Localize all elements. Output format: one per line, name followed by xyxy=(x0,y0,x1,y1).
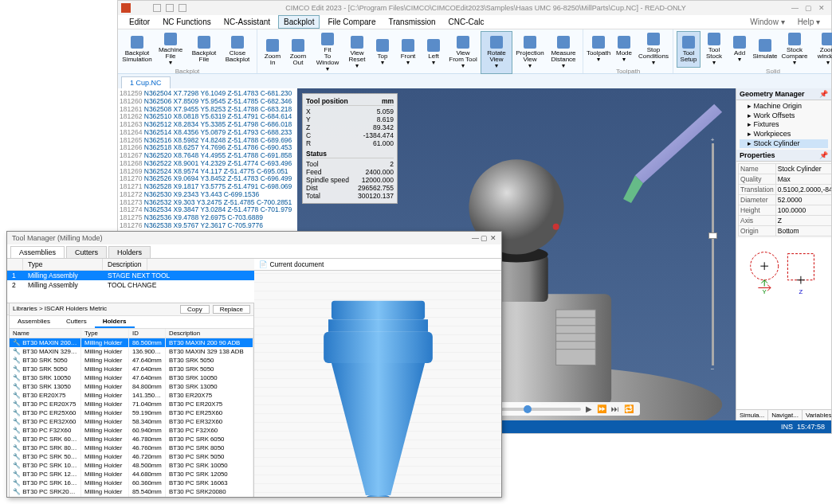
doc-tab[interactable]: 1 Cup.NC xyxy=(121,76,171,88)
pb-loop[interactable]: 🔁 xyxy=(624,404,634,413)
tm-replace-button[interactable]: Replace xyxy=(213,305,250,314)
ribbon-stock-compare-[interactable]: StockCompare▾ xyxy=(779,31,810,68)
svg-rect-25 xyxy=(365,495,390,497)
status-ins: INS xyxy=(781,423,793,431)
minimize-button[interactable]: — xyxy=(791,4,799,12)
ribbon-backplot-file[interactable]: BackplotFile xyxy=(188,31,220,68)
tab-nc-functions[interactable]: NC Functions xyxy=(158,16,216,28)
ribbon-add-[interactable]: Add▾ xyxy=(728,31,752,68)
ribbon-mode-[interactable]: Mode▾ xyxy=(612,31,636,68)
ribbon-projection-view-[interactable]: ProjectionView▾ xyxy=(514,31,546,74)
geometry-manager-title: Geometry Manager📌 xyxy=(736,88,831,100)
pb-ff[interactable]: ⏩ xyxy=(597,404,606,413)
ribbon-fit-to-window-[interactable]: FitTo Window▾ xyxy=(312,31,343,74)
ribbon-view-from-tool-[interactable]: ViewFrom Tool▾ xyxy=(447,31,479,74)
ribbon-simulate[interactable]: Simulate xyxy=(753,31,777,68)
ribbon-zoom-in[interactable]: ZoomIn xyxy=(261,31,285,74)
quick-access-toolbar[interactable] xyxy=(134,2,186,14)
tool-position-overlay: Tool positionmm X5.059Y8.619Z89.342C-138… xyxy=(302,93,398,204)
tab-editor[interactable]: Editor xyxy=(124,16,155,28)
menu-window[interactable]: Window ▾ xyxy=(745,16,789,28)
ribbon-measure-distance-[interactable]: MeasureDistance▾ xyxy=(547,31,579,74)
ribbon-view-reset-[interactable]: ViewReset▾ xyxy=(345,31,369,74)
svg-text:Z: Z xyxy=(799,289,803,296)
ribbon-toolpath-[interactable]: Toolpath▾ xyxy=(587,31,610,68)
tm-tab-cutters[interactable]: Cutters xyxy=(66,246,107,258)
vertical-zoom-slider[interactable]: +− xyxy=(707,136,718,373)
tm-preview-panel: 📄 Current document Milling Assembly xyxy=(254,259,501,497)
tab-nc-assistant[interactable]: NC-Assistant xyxy=(219,16,275,28)
origin-diagram: Y Z xyxy=(736,238,831,409)
tm-tab-assemblies[interactable]: Assemblies xyxy=(10,246,65,258)
ribbon-backplot-simulation[interactable]: BackplotSimulation xyxy=(121,31,153,68)
pb-last[interactable]: ⏭ xyxy=(611,404,619,413)
svg-rect-17 xyxy=(787,254,814,280)
properties-title: Properties📌 xyxy=(736,150,831,162)
ribbon-left-[interactable]: Left▾ xyxy=(422,31,445,74)
ribbon-rotate-view-[interactable]: RotateView▾ xyxy=(481,31,512,74)
ribbon-tool-setup[interactable]: ToolSetup xyxy=(677,31,701,68)
right-dock-tabs[interactable]: Simula...Navigat...VariablesGeomet... xyxy=(736,409,831,420)
titlebar: CIMCO Edit 2023 - [C:\Program Files\CIMC… xyxy=(118,1,831,15)
ribbon-stop-conditions-[interactable]: StopConditions▾ xyxy=(638,31,669,68)
document-tabs: 1 Cup.NC xyxy=(118,74,831,88)
tm-titlebar: Tool Manager (Milling Mode) — ▢ ✕ xyxy=(7,232,501,244)
ribbon-zoom-out[interactable]: ZoomOut xyxy=(286,31,310,74)
pb-play[interactable]: ▶ xyxy=(586,404,592,413)
tool-manager-window: Tool Manager (Milling Mode) — ▢ ✕ Assemb… xyxy=(6,231,502,498)
svg-rect-24 xyxy=(324,332,433,363)
ribbon-top-[interactable]: Top▾ xyxy=(371,31,394,74)
tab-transmission[interactable]: Transmission xyxy=(383,16,440,28)
ribbon-close-backplot[interactable]: CloseBackplot xyxy=(222,31,253,68)
maximize-button[interactable]: ▢ xyxy=(805,4,812,12)
tm-win-controls[interactable]: — ▢ ✕ xyxy=(472,234,496,242)
svg-text:Y: Y xyxy=(763,289,767,296)
tm-holders-table[interactable]: Libraries > ISCAR Holders Metric Copy Re… xyxy=(10,303,254,497)
ribbon-zoom-window-[interactable]: Zoomwindow▾ xyxy=(812,31,832,68)
tm-main-tabs[interactable]: Assemblies Cutters Holders xyxy=(7,244,501,259)
ribbon: BackplotSimulationMachineFile▾BackplotFi… xyxy=(118,29,831,74)
geometry-tree[interactable]: ▸ Machine Origin▸ Work Offsets▸ Fixtures… xyxy=(736,100,831,150)
ribbon-machine-file-[interactable]: MachineFile▾ xyxy=(155,31,186,68)
svg-rect-22 xyxy=(331,301,424,319)
status-time: 15:47:58 xyxy=(797,423,825,431)
ribbon-front-[interactable]: Front▾ xyxy=(396,31,420,74)
tm-copy-button[interactable]: Copy xyxy=(180,305,210,314)
right-dock: Geometry Manager📌 ▸ Machine Origin▸ Work… xyxy=(736,88,831,420)
ribbon-tool-stock-[interactable]: ToolStock▾ xyxy=(702,31,726,68)
svg-rect-23 xyxy=(328,319,428,332)
menu-help[interactable]: Help ▾ xyxy=(793,16,825,28)
svg-point-13 xyxy=(553,224,559,230)
window-title: CIMCO Edit 2023 - [C:\Program Files\CIMC… xyxy=(186,4,785,12)
tab-file-compare[interactable]: File Compare xyxy=(323,16,380,28)
tab-cnc-calc[interactable]: CNC-Calc xyxy=(444,16,489,28)
close-button[interactable]: ✕ xyxy=(818,4,825,12)
tm-tab-holders[interactable]: Holders xyxy=(108,246,151,258)
app-icon xyxy=(121,3,131,13)
tm-assemblies-list[interactable]: TypeDescription 1Milling AssemblySTAGE N… xyxy=(7,259,254,303)
tab-backplot[interactable]: Backplot xyxy=(278,15,320,29)
properties-table[interactable]: NameStock CylinderQualityMaxTranslation0… xyxy=(738,163,831,236)
ribbon-tabs: Editor NC Functions NC-Assistant Backplo… xyxy=(118,15,831,29)
